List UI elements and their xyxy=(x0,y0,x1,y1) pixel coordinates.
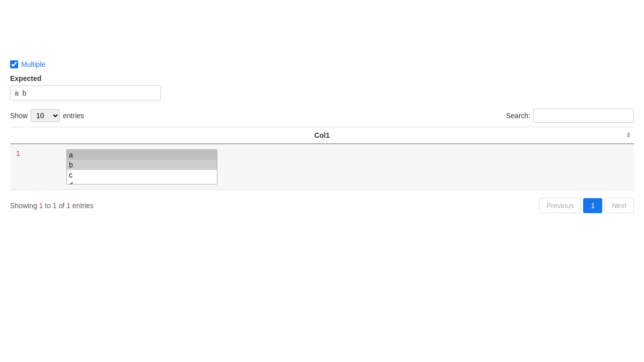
table-footer: Showing 1 to 1 of 1 entries Previous 1 N… xyxy=(10,195,634,213)
expected-section: Expected xyxy=(10,74,634,101)
showing-to: 1 xyxy=(53,202,57,210)
multiple-checkbox-label[interactable]: Multiple xyxy=(21,60,45,68)
select-option-c[interactable]: c xyxy=(67,170,217,180)
select-option-b[interactable]: b xyxy=(67,160,217,170)
next-button[interactable]: Next xyxy=(604,198,634,213)
table-header-row: Col1 ⇕ xyxy=(10,127,634,144)
previous-button[interactable]: Previous xyxy=(539,198,581,213)
table-controls: Show 10 25 50 100 entries Search: xyxy=(10,109,634,123)
showing-total: 1 xyxy=(66,202,70,210)
select-option-d[interactable]: d xyxy=(67,180,217,185)
pagination: Previous 1 Next xyxy=(539,198,634,213)
entries-select[interactable]: 10 25 50 100 xyxy=(31,109,60,122)
expected-label: Expected xyxy=(10,74,634,82)
data-table: Col1 ⇕ 1 a b c d xyxy=(10,127,634,190)
showing-from: 1 xyxy=(39,202,43,210)
table-header-col1[interactable]: Col1 ⇕ xyxy=(10,127,634,144)
expected-input[interactable] xyxy=(10,85,161,101)
show-entries-label-after: entries xyxy=(63,112,84,120)
table-row: 1 a b c d xyxy=(10,144,634,190)
col1-select[interactable]: a b c d xyxy=(66,149,217,185)
checkbox-row: Multiple xyxy=(10,60,634,68)
showing-text: Showing 1 to 1 of 1 entries xyxy=(10,202,94,210)
show-entries-control: Show 10 25 50 100 entries xyxy=(10,109,84,122)
table-cell: 1 a b c d xyxy=(10,144,634,190)
page-container: Multiple Expected Show 10 25 50 100 entr… xyxy=(10,10,634,213)
multiple-checkbox[interactable] xyxy=(10,60,18,68)
page-1-button[interactable]: 1 xyxy=(583,198,602,213)
sort-icon: ⇕ xyxy=(626,132,631,139)
search-section: Search: xyxy=(506,109,634,123)
table-body: 1 a b c d xyxy=(10,144,634,190)
show-entries-label-before: Show xyxy=(10,112,28,120)
row-number: 1 xyxy=(16,149,56,157)
search-label: Search: xyxy=(506,112,530,120)
select-option-a[interactable]: a xyxy=(67,150,217,160)
table-head: Col1 ⇕ xyxy=(10,127,634,144)
search-input[interactable] xyxy=(533,109,634,123)
